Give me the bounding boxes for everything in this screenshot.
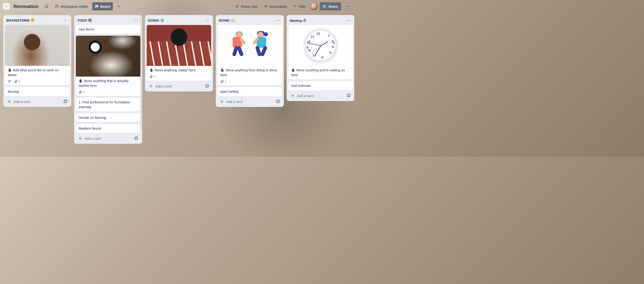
scrollbar[interactable] [140, 17, 142, 131]
card[interactable]: roof estimate [288, 81, 353, 90]
card[interactable]: ✋🏿 Move anything that is actually starte… [76, 36, 140, 96]
add-card-button[interactable]: Add a card [148, 83, 202, 89]
svg-point-34 [208, 20, 209, 21]
card-template-button[interactable] [275, 98, 281, 105]
automation-label: Automation [270, 5, 287, 9]
svg-point-40 [278, 20, 278, 21]
list-menu-button[interactable] [133, 17, 140, 24]
svg-point-41 [279, 20, 280, 21]
card[interactable]: ✋🏿 Move anything from doing to done here… [218, 25, 282, 85]
filter-button[interactable]: Filter [291, 2, 308, 11]
list-waiting: Waiting ⏱ 12 1 2 3 4 5 [286, 15, 354, 101]
workspace-visibility-label: Workspace visible [61, 5, 88, 9]
svg-point-14 [348, 6, 348, 7]
card-cover-image: 12 1 2 3 4 5 6 7 8 9 10 11 [288, 25, 353, 66]
attachment-badge: 1 [78, 90, 85, 94]
add-card-button[interactable]: Add a card [218, 99, 273, 105]
add-card-label: Add a card [84, 137, 101, 140]
star-board-button[interactable] [42, 2, 51, 11]
add-card-button[interactable]: Add a card [6, 99, 60, 105]
automation-button[interactable]: Automation [262, 2, 289, 11]
svg-rect-4 [98, 5, 98, 7]
card[interactable]: Decide on flooring [76, 113, 140, 122]
card-title: ✋🏿 Move anything you're waiting on here [288, 66, 353, 80]
share-button[interactable]: Share [320, 2, 341, 11]
card[interactable]: new fence [76, 25, 140, 34]
attachment-badge: 1 [14, 80, 20, 83]
card-title: Decide on flooring [76, 113, 140, 122]
list-menu-button[interactable] [62, 17, 68, 24]
card[interactable]: 12 1 2 3 4 5 6 7 8 9 10 11 [288, 25, 353, 80]
svg-point-46 [347, 20, 348, 21]
list-doing: DOING ⚙️ ✋🏿 Move anything 'ready' here 1 [145, 15, 213, 92]
svg-point-33 [207, 20, 208, 21]
workspace-visibility-button[interactable]: Workspace visible [52, 2, 90, 11]
card-title: 1. Find professional for foundation esti… [76, 98, 140, 112]
attachment-count: 1 [225, 80, 226, 83]
svg-point-1 [56, 5, 57, 6]
svg-point-17 [66, 20, 67, 21]
share-label: Share [328, 5, 338, 9]
card-cover-image [147, 25, 211, 66]
svg-point-27 [137, 20, 138, 21]
list-menu-button[interactable] [275, 17, 281, 24]
user-avatar[interactable] [310, 3, 318, 10]
list-title[interactable]: DONE! 🙌🏼 [219, 19, 235, 23]
card-cover-image [5, 25, 70, 66]
attachment-count: 1 [154, 75, 156, 78]
svg-point-26 [136, 20, 137, 21]
list-title[interactable]: BRAINSTORM 🤔 [6, 19, 35, 23]
description-badge-icon [8, 80, 11, 83]
card-template-button[interactable] [346, 93, 352, 99]
card-cover-image [76, 36, 140, 77]
list-title[interactable]: DOING ⚙️ [148, 19, 164, 23]
svg-rect-2 [95, 5, 96, 8]
power-ups-button[interactable]: Power-Ups [233, 2, 260, 11]
card-template-button[interactable] [133, 135, 140, 142]
add-card-label: Add a card [297, 94, 314, 98]
card-title: fencing [5, 87, 70, 96]
power-ups-label: Power-Ups [241, 5, 258, 9]
card-title: ✋🏿 Add what you'd like to work on below [5, 66, 70, 80]
board-name[interactable]: Renovation [11, 4, 41, 9]
add-card-button[interactable]: Add a card [77, 135, 131, 141]
card-badges: 1 [5, 80, 70, 85]
card-badges: 1 [147, 75, 211, 81]
list-title[interactable]: TODO 📚 [77, 19, 92, 23]
attachment-count: 1 [83, 90, 85, 94]
card-title: paint ceiling [218, 87, 282, 96]
svg-point-47 [348, 20, 349, 21]
svg-point-39 [276, 20, 277, 21]
board-view-button[interactable]: Board [92, 2, 113, 11]
svg-point-32 [206, 20, 206, 21]
attachment-badge: 1 [220, 80, 226, 83]
board-canvas: BRAINSTORM 🤔 ✋🏿 Add what you'd like to w… [0, 13, 354, 157]
card-template-button[interactable] [204, 83, 210, 89]
list-menu-button[interactable] [346, 17, 352, 24]
card[interactable]: Replace faucet [76, 124, 140, 133]
add-card-label: Add a card [14, 100, 30, 104]
card-template-button[interactable] [62, 98, 68, 105]
card-badges: 1 [76, 90, 140, 96]
card-badges: 1 [218, 80, 282, 85]
card[interactable]: ✋🏿 Move anything 'ready' here 1 [147, 25, 211, 81]
expand-sidebar-button[interactable] [3, 3, 10, 10]
board-header: Renovation Workspace visible Board Power… [0, 0, 354, 13]
card[interactable]: paint ceiling [218, 87, 282, 96]
list-menu-button[interactable] [204, 17, 210, 24]
view-switcher-chevron[interactable] [115, 2, 123, 11]
card-title: ✋🏿 Move anything that is actually starte… [76, 77, 140, 90]
card-title: ✋🏿 Move anything 'ready' here [147, 66, 211, 75]
attachment-count: 1 [18, 80, 20, 83]
card[interactable]: fencing [5, 87, 70, 96]
svg-point-9 [324, 5, 325, 6]
add-card-button[interactable]: Add a card [289, 93, 344, 99]
svg-rect-3 [96, 5, 97, 7]
card[interactable]: 1. Find professional for foundation esti… [76, 98, 140, 112]
card[interactable]: ✋🏿 Add what you'd like to work on below … [5, 25, 70, 85]
list-title[interactable]: Waiting ⏱ [290, 19, 306, 23]
svg-marker-0 [45, 5, 48, 8]
list-done: DONE! 🙌🏼 ✋🏿 Move anything from doing to … [216, 15, 284, 107]
board-menu-button[interactable] [343, 2, 351, 11]
svg-point-15 [64, 20, 64, 21]
